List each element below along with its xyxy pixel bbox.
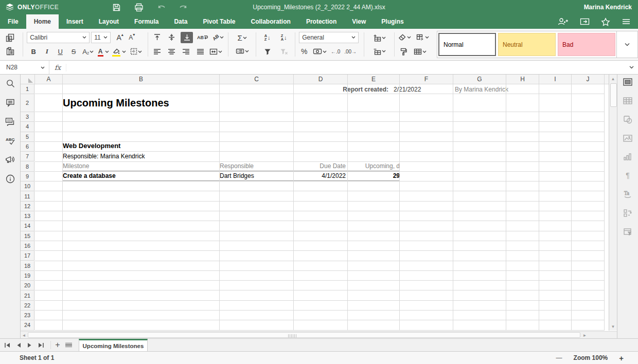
font-color-button[interactable]: A (96, 46, 111, 57)
previous-sheet-button[interactable] (16, 342, 22, 348)
row-header-2[interactable]: 2 (21, 94, 34, 112)
column-header-J[interactable]: J (572, 75, 605, 84)
select-all-corner[interactable] (21, 75, 35, 84)
table-cell-milestone[interactable]: Create a database (63, 172, 116, 179)
italic-button[interactable]: I (40, 46, 54, 57)
menu-tab-pivot-table[interactable]: Pivot Table (195, 14, 243, 29)
justify-button[interactable] (195, 46, 205, 57)
add-sheet-button[interactable]: + (52, 339, 63, 351)
sheet-tab-upcoming-milestones[interactable]: Upcoming Milestones (79, 339, 148, 351)
menu-tab-protection[interactable]: Protection (298, 14, 344, 29)
insert-cells-button[interactable] (373, 32, 386, 43)
menu-tab-file[interactable]: File (0, 14, 26, 29)
cell-section-responsible[interactable]: Responsible: Marina Kendrick (63, 153, 145, 160)
align-top-button[interactable] (152, 32, 162, 43)
increase-decimal-button[interactable]: .00→ (344, 46, 357, 57)
row-header-16[interactable]: 16 (21, 241, 34, 251)
row-header-20[interactable]: 20 (21, 281, 34, 290)
column-header-A[interactable]: A (35, 75, 63, 84)
row-header-5[interactable]: 5 (21, 132, 34, 142)
scroll-up-arrow-icon[interactable]: ▲ (609, 76, 617, 82)
menu-tab-layout[interactable]: Layout (91, 14, 127, 29)
menu-tab-data[interactable]: Data (166, 14, 195, 29)
chart-settings-button[interactable] (623, 153, 632, 161)
manage-access-button[interactable] (557, 17, 569, 26)
copy-style-button[interactable] (398, 46, 409, 57)
percent-style-button[interactable]: % (299, 46, 309, 57)
horizontal-scrollbar[interactable]: ◄ ► (21, 331, 617, 338)
delete-cells-button[interactable] (373, 46, 386, 57)
image-settings-button[interactable] (623, 134, 633, 142)
zoom-out-button[interactable]: — (556, 354, 562, 361)
column-header-E[interactable]: E (348, 75, 400, 84)
styles-more-button[interactable] (616, 31, 637, 58)
sheet-list-button[interactable] (63, 339, 74, 351)
zoom-in-button[interactable]: + (619, 354, 624, 362)
menu-tab-formula[interactable]: Formula (127, 14, 166, 29)
row-header-9[interactable]: 9 (21, 172, 34, 181)
menu-tab-view[interactable]: View (344, 14, 374, 29)
last-sheet-button[interactable] (38, 342, 44, 348)
align-bottom-button[interactable] (181, 32, 193, 43)
favorites-button[interactable] (601, 17, 610, 26)
slicer-settings-button[interactable] (623, 228, 632, 236)
row-header-11[interactable]: 11 (21, 191, 34, 201)
about-button[interactable] (6, 174, 15, 184)
cells-canvas[interactable]: Report created: 2/21/2022 By Marina Kend… (35, 84, 609, 331)
expand-formula-bar-button[interactable] (625, 66, 638, 69)
row-header-19[interactable]: 19 (21, 271, 34, 281)
cell-name-box[interactable]: N28 (0, 61, 49, 74)
worksheet-grid[interactable]: ABCDEFGHIJ 12345678910111213141516171819… (21, 75, 617, 338)
scroll-right-arrow-icon[interactable]: ► (581, 333, 588, 338)
table-header-upcoming[interactable]: Upcoming, d (349, 162, 400, 170)
row-header-14[interactable]: 14 (21, 221, 34, 231)
row-header-17[interactable]: 17 (21, 251, 34, 261)
row-header-6[interactable]: 6 (21, 142, 34, 152)
format-as-table-button[interactable] (414, 46, 427, 57)
column-header-D[interactable]: D (294, 75, 348, 84)
sort-descending-button[interactable]: ZA ↓ (279, 32, 289, 43)
decrement-font-size-button[interactable]: A▾ (127, 32, 137, 43)
cell-author-note[interactable]: By Marina Kendrick (455, 86, 508, 93)
next-sheet-button[interactable] (27, 342, 32, 348)
search-button[interactable] (6, 79, 15, 88)
table-header-milestone[interactable]: Milestone (63, 162, 89, 170)
shape-settings-button[interactable] (623, 115, 633, 124)
filter-button[interactable] (262, 46, 273, 57)
decrease-decimal-button[interactable]: ←.0 (330, 46, 341, 57)
first-sheet-button[interactable] (4, 342, 11, 348)
borders-button[interactable] (128, 46, 144, 57)
cell-report-created-label[interactable]: Report created: (241, 86, 388, 93)
spellcheck-button[interactable]: ABC (5, 136, 15, 145)
table-header-responsible[interactable]: Responsible (220, 162, 254, 170)
underline-button[interactable]: U (54, 46, 67, 57)
menu-tab-collaboration[interactable]: Collaboration (243, 14, 298, 29)
conditional-formatting-button[interactable] (416, 32, 429, 43)
zoom-level[interactable]: Zoom 100% (574, 354, 608, 361)
comments-button[interactable] (6, 98, 15, 107)
copy-button[interactable] (5, 32, 15, 43)
clear-button[interactable] (398, 32, 411, 43)
strikethrough-button[interactable]: S (67, 46, 80, 57)
cell-style-normal[interactable]: Normal (438, 33, 496, 56)
paragraph-settings-button[interactable]: ¶ (626, 171, 630, 179)
menu-tab-insert[interactable]: Insert (59, 14, 91, 29)
clear-filter-button[interactable] (279, 46, 289, 57)
autosum-button[interactable]: Σ (237, 32, 247, 43)
cell-settings-button[interactable] (623, 78, 633, 86)
row-header-4[interactable]: 4 (21, 122, 34, 132)
cell-section-heading[interactable]: Web Development (63, 142, 120, 150)
accounting-style-button[interactable] (313, 46, 327, 57)
table-cell-responsible[interactable]: Dart Bridges (220, 172, 254, 179)
row-header-15[interactable]: 15 (21, 231, 34, 241)
pivot-table-settings-button[interactable] (623, 209, 632, 217)
table-cell-upcoming[interactable]: 29 (349, 172, 400, 179)
number-format-select[interactable]: General (299, 32, 359, 43)
subscript-button[interactable]: A2 (80, 46, 96, 57)
scroll-down-arrow-icon[interactable]: ▼ (609, 323, 617, 330)
align-left-button[interactable] (152, 46, 162, 57)
scroll-left-arrow-icon[interactable]: ◄ (21, 333, 27, 338)
column-header-I[interactable]: I (539, 75, 572, 84)
align-right-button[interactable] (181, 46, 191, 57)
merge-cells-button[interactable] (209, 46, 222, 57)
